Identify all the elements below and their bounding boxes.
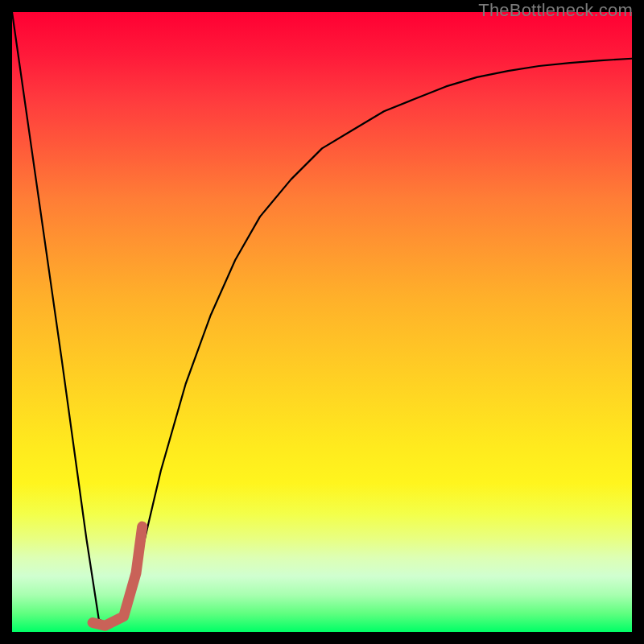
watermark-label: TheBottleneck.com [478, 0, 633, 21]
bottleneck-curve [12, 12, 632, 625]
chart-plot-area [12, 12, 632, 632]
highlight-segment [93, 526, 142, 625]
chart-svg [12, 12, 632, 632]
chart-frame: TheBottleneck.com [0, 0, 644, 644]
